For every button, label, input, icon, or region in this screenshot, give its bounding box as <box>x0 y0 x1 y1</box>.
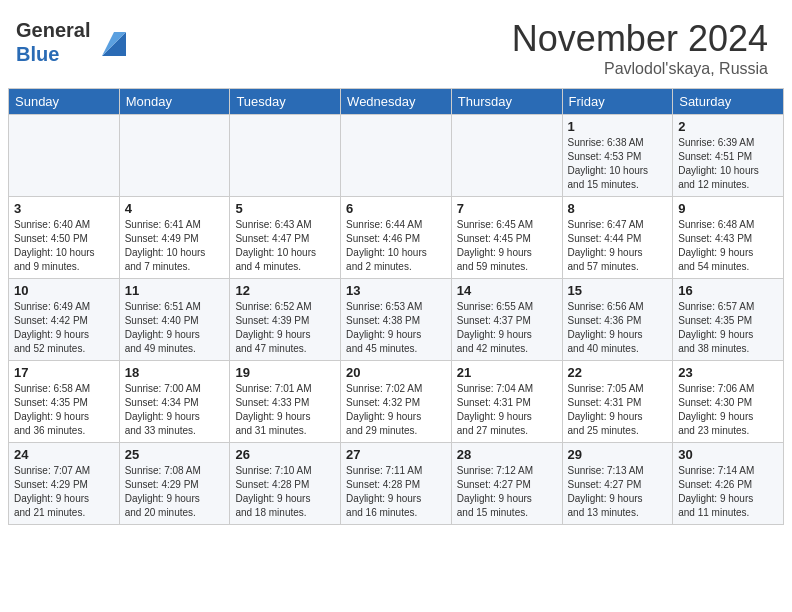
day-number: 24 <box>14 447 114 462</box>
day-info: Sunrise: 7:04 AM Sunset: 4:31 PM Dayligh… <box>457 382 557 438</box>
day-info: Sunrise: 6:58 AM Sunset: 4:35 PM Dayligh… <box>14 382 114 438</box>
day-number: 21 <box>457 365 557 380</box>
day-info: Sunrise: 6:43 AM Sunset: 4:47 PM Dayligh… <box>235 218 335 274</box>
week-row-3: 17Sunrise: 6:58 AM Sunset: 4:35 PM Dayli… <box>9 361 784 443</box>
day-info: Sunrise: 7:00 AM Sunset: 4:34 PM Dayligh… <box>125 382 225 438</box>
calendar-cell: 2Sunrise: 6:39 AM Sunset: 4:51 PM Daylig… <box>673 115 784 197</box>
header-wednesday: Wednesday <box>341 89 452 115</box>
calendar-cell: 10Sunrise: 6:49 AM Sunset: 4:42 PM Dayli… <box>9 279 120 361</box>
day-number: 17 <box>14 365 114 380</box>
calendar-cell: 24Sunrise: 7:07 AM Sunset: 4:29 PM Dayli… <box>9 443 120 525</box>
day-number: 2 <box>678 119 778 134</box>
day-number: 30 <box>678 447 778 462</box>
day-number: 10 <box>14 283 114 298</box>
day-number: 5 <box>235 201 335 216</box>
calendar-cell: 17Sunrise: 6:58 AM Sunset: 4:35 PM Dayli… <box>9 361 120 443</box>
calendar-cell: 23Sunrise: 7:06 AM Sunset: 4:30 PM Dayli… <box>673 361 784 443</box>
week-row-4: 24Sunrise: 7:07 AM Sunset: 4:29 PM Dayli… <box>9 443 784 525</box>
day-info: Sunrise: 7:12 AM Sunset: 4:27 PM Dayligh… <box>457 464 557 520</box>
day-info: Sunrise: 6:57 AM Sunset: 4:35 PM Dayligh… <box>678 300 778 356</box>
header-monday: Monday <box>119 89 230 115</box>
calendar-cell: 28Sunrise: 7:12 AM Sunset: 4:27 PM Dayli… <box>451 443 562 525</box>
day-number: 8 <box>568 201 668 216</box>
day-number: 14 <box>457 283 557 298</box>
calendar-cell: 6Sunrise: 6:44 AM Sunset: 4:46 PM Daylig… <box>341 197 452 279</box>
day-info: Sunrise: 6:51 AM Sunset: 4:40 PM Dayligh… <box>125 300 225 356</box>
month-title: November 2024 <box>512 18 768 60</box>
day-number: 25 <box>125 447 225 462</box>
days-header-row: Sunday Monday Tuesday Wednesday Thursday… <box>9 89 784 115</box>
header-friday: Friday <box>562 89 673 115</box>
calendar-cell: 29Sunrise: 7:13 AM Sunset: 4:27 PM Dayli… <box>562 443 673 525</box>
calendar-cell: 13Sunrise: 6:53 AM Sunset: 4:38 PM Dayli… <box>341 279 452 361</box>
day-number: 12 <box>235 283 335 298</box>
day-info: Sunrise: 6:44 AM Sunset: 4:46 PM Dayligh… <box>346 218 446 274</box>
header-sunday: Sunday <box>9 89 120 115</box>
calendar-cell <box>9 115 120 197</box>
day-number: 6 <box>346 201 446 216</box>
day-info: Sunrise: 7:08 AM Sunset: 4:29 PM Dayligh… <box>125 464 225 520</box>
day-info: Sunrise: 6:48 AM Sunset: 4:43 PM Dayligh… <box>678 218 778 274</box>
logo-general: General <box>16 19 90 41</box>
day-number: 7 <box>457 201 557 216</box>
calendar: Sunday Monday Tuesday Wednesday Thursday… <box>8 88 784 525</box>
day-number: 13 <box>346 283 446 298</box>
calendar-cell <box>451 115 562 197</box>
day-info: Sunrise: 6:53 AM Sunset: 4:38 PM Dayligh… <box>346 300 446 356</box>
day-number: 23 <box>678 365 778 380</box>
week-row-0: 1Sunrise: 6:38 AM Sunset: 4:53 PM Daylig… <box>9 115 784 197</box>
day-info: Sunrise: 6:38 AM Sunset: 4:53 PM Dayligh… <box>568 136 668 192</box>
calendar-cell: 8Sunrise: 6:47 AM Sunset: 4:44 PM Daylig… <box>562 197 673 279</box>
week-row-1: 3Sunrise: 6:40 AM Sunset: 4:50 PM Daylig… <box>9 197 784 279</box>
day-number: 26 <box>235 447 335 462</box>
day-number: 9 <box>678 201 778 216</box>
day-info: Sunrise: 7:06 AM Sunset: 4:30 PM Dayligh… <box>678 382 778 438</box>
calendar-cell <box>341 115 452 197</box>
day-number: 3 <box>14 201 114 216</box>
calendar-cell: 3Sunrise: 6:40 AM Sunset: 4:50 PM Daylig… <box>9 197 120 279</box>
day-number: 19 <box>235 365 335 380</box>
day-info: Sunrise: 6:55 AM Sunset: 4:37 PM Dayligh… <box>457 300 557 356</box>
day-number: 27 <box>346 447 446 462</box>
calendar-cell: 25Sunrise: 7:08 AM Sunset: 4:29 PM Dayli… <box>119 443 230 525</box>
day-number: 29 <box>568 447 668 462</box>
calendar-cell: 16Sunrise: 6:57 AM Sunset: 4:35 PM Dayli… <box>673 279 784 361</box>
day-number: 28 <box>457 447 557 462</box>
header-thursday: Thursday <box>451 89 562 115</box>
day-info: Sunrise: 6:39 AM Sunset: 4:51 PM Dayligh… <box>678 136 778 192</box>
day-number: 4 <box>125 201 225 216</box>
calendar-cell <box>230 115 341 197</box>
calendar-cell: 1Sunrise: 6:38 AM Sunset: 4:53 PM Daylig… <box>562 115 673 197</box>
calendar-cell: 7Sunrise: 6:45 AM Sunset: 4:45 PM Daylig… <box>451 197 562 279</box>
title-area: November 2024 Pavlodol'skaya, Russia <box>512 18 768 78</box>
week-row-2: 10Sunrise: 6:49 AM Sunset: 4:42 PM Dayli… <box>9 279 784 361</box>
day-info: Sunrise: 6:41 AM Sunset: 4:49 PM Dayligh… <box>125 218 225 274</box>
day-number: 11 <box>125 283 225 298</box>
day-info: Sunrise: 6:47 AM Sunset: 4:44 PM Dayligh… <box>568 218 668 274</box>
day-info: Sunrise: 6:40 AM Sunset: 4:50 PM Dayligh… <box>14 218 114 274</box>
calendar-cell: 12Sunrise: 6:52 AM Sunset: 4:39 PM Dayli… <box>230 279 341 361</box>
day-info: Sunrise: 7:02 AM Sunset: 4:32 PM Dayligh… <box>346 382 446 438</box>
day-info: Sunrise: 6:45 AM Sunset: 4:45 PM Dayligh… <box>457 218 557 274</box>
day-number: 18 <box>125 365 225 380</box>
day-number: 22 <box>568 365 668 380</box>
day-number: 15 <box>568 283 668 298</box>
logo-text: General Blue <box>16 18 90 66</box>
calendar-cell <box>119 115 230 197</box>
logo-icon <box>94 28 126 56</box>
day-number: 20 <box>346 365 446 380</box>
day-info: Sunrise: 7:10 AM Sunset: 4:28 PM Dayligh… <box>235 464 335 520</box>
header-tuesday: Tuesday <box>230 89 341 115</box>
calendar-cell: 21Sunrise: 7:04 AM Sunset: 4:31 PM Dayli… <box>451 361 562 443</box>
day-info: Sunrise: 7:05 AM Sunset: 4:31 PM Dayligh… <box>568 382 668 438</box>
calendar-cell: 19Sunrise: 7:01 AM Sunset: 4:33 PM Dayli… <box>230 361 341 443</box>
location: Pavlodol'skaya, Russia <box>512 60 768 78</box>
calendar-cell: 26Sunrise: 7:10 AM Sunset: 4:28 PM Dayli… <box>230 443 341 525</box>
day-info: Sunrise: 7:13 AM Sunset: 4:27 PM Dayligh… <box>568 464 668 520</box>
calendar-cell: 15Sunrise: 6:56 AM Sunset: 4:36 PM Dayli… <box>562 279 673 361</box>
header: General Blue November 2024 Pavlodol'skay… <box>0 0 792 88</box>
day-info: Sunrise: 6:49 AM Sunset: 4:42 PM Dayligh… <box>14 300 114 356</box>
day-info: Sunrise: 6:56 AM Sunset: 4:36 PM Dayligh… <box>568 300 668 356</box>
calendar-cell: 30Sunrise: 7:14 AM Sunset: 4:26 PM Dayli… <box>673 443 784 525</box>
calendar-cell: 18Sunrise: 7:00 AM Sunset: 4:34 PM Dayli… <box>119 361 230 443</box>
